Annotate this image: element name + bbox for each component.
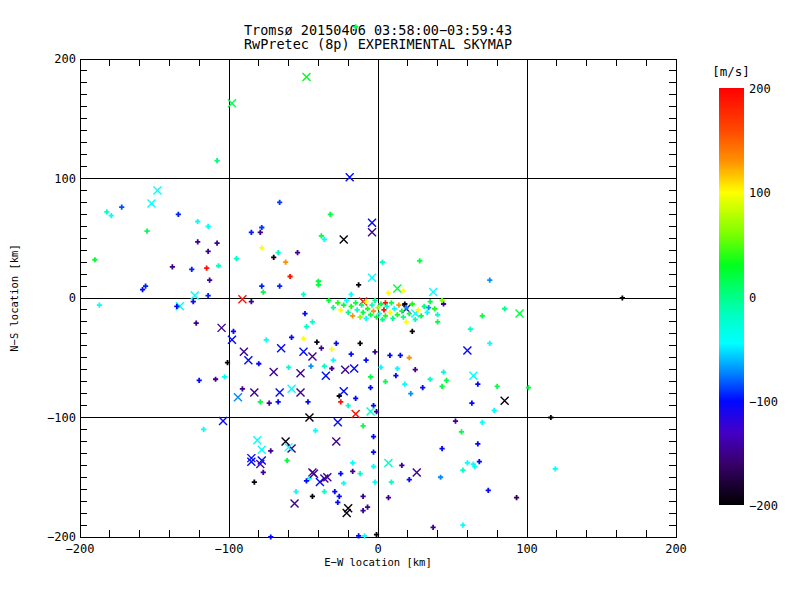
colorbar-tick-label: 100 (749, 186, 771, 200)
meteor-echo-plus-marker (359, 303, 364, 308)
meteor-echo-plus-marker (439, 384, 444, 389)
meteor-echo-plus-marker (435, 312, 440, 317)
meteor-echo-plus-marker (383, 313, 388, 318)
meteor-echo-plus-marker (329, 347, 334, 352)
meteor-echo-plus-marker (326, 298, 331, 303)
meteor-echo-x-marker (300, 348, 308, 356)
meteor-echo-plus-marker (289, 335, 294, 340)
meteor-echo-plus-marker (338, 399, 343, 404)
meteor-echo-plus-marker (380, 260, 385, 265)
meteor-echo-plus-marker (206, 224, 211, 229)
meteor-echo-x-marker (352, 410, 360, 418)
meteor-echo-x-marker (288, 445, 296, 453)
meteor-echo-x-marker (291, 500, 299, 508)
colorbar-tick-label: −100 (749, 395, 778, 409)
meteor-echo-plus-marker (389, 479, 394, 484)
meteor-echo-plus-marker (344, 298, 349, 303)
x-tick-label: 0 (374, 542, 381, 556)
meteor-echo-plus-marker (144, 228, 149, 233)
meteor-echo-plus-marker (407, 477, 412, 482)
meteor-echo-plus-marker (338, 307, 343, 312)
meteor-echo-plus-marker (277, 200, 282, 205)
meteor-echo-plus-marker (439, 446, 444, 451)
meteor-echo-plus-marker (459, 429, 464, 434)
meteor-echo-plus-marker (372, 479, 377, 484)
meteor-echo-x-marker (367, 408, 375, 416)
meteor-echo-plus-marker (195, 219, 200, 224)
meteor-echo-plus-marker (302, 311, 307, 316)
meteor-echo-plus-marker (335, 500, 340, 505)
meteor-echo-plus-marker (365, 306, 370, 311)
meteor-echo-plus-marker (310, 494, 315, 499)
meteor-echo-plus-marker (371, 464, 376, 469)
meteor-echo-plus-marker (204, 266, 209, 271)
meteor-echo-plus-marker (256, 361, 261, 366)
meteor-echo-x-marker (350, 365, 358, 373)
meteor-echo-plus-marker (240, 386, 245, 391)
meteor-echo-plus-marker (422, 304, 427, 309)
meteor-echo-plus-marker (386, 495, 391, 500)
meteor-echo-x-marker (148, 200, 156, 208)
meteor-echo-plus-marker (197, 378, 202, 383)
meteor-echo-plus-marker (486, 488, 491, 493)
meteor-echo-x-marker (463, 347, 471, 355)
meteor-echo-plus-marker (252, 479, 257, 484)
meteor-echo-plus-marker (295, 250, 300, 255)
meteor-echo-plus-marker (259, 283, 264, 288)
meteor-echo-plus-marker (441, 369, 446, 374)
meteor-echo-plus-marker (206, 293, 211, 298)
meteor-echo-plus-marker (453, 418, 458, 423)
meteor-echo-plus-marker (468, 326, 473, 331)
colorbar-tick-label: 0 (749, 291, 756, 305)
meteor-echo-plus-marker (304, 324, 309, 329)
meteor-echo-plus-marker (337, 494, 342, 499)
meteor-echo-x-marker (258, 446, 266, 454)
meteor-echo-plus-marker (213, 377, 218, 382)
meteor-echo-plus-marker (207, 277, 212, 282)
meteor-echo-plus-marker (371, 434, 376, 439)
meteor-echo-plus-marker (261, 289, 266, 294)
meteor-echo-plus-marker (314, 340, 319, 345)
meteor-echo-x-marker (322, 372, 330, 380)
meteor-echo-x-marker (340, 235, 348, 243)
meteor-echo-plus-marker (104, 209, 109, 214)
meteor-echo-plus-marker (419, 313, 424, 318)
meteor-echo-plus-marker (363, 316, 368, 321)
meteor-echo-plus-marker (426, 305, 431, 310)
meteor-echo-plus-marker (258, 230, 263, 235)
meteor-echo-plus-marker (276, 250, 281, 255)
meteor-echo-plus-marker (407, 311, 412, 316)
meteor-echo-plus-marker (249, 230, 254, 235)
meteor-echo-x-marker (469, 372, 477, 380)
meteor-echo-x-marker (219, 417, 227, 425)
meteor-echo-plus-marker (495, 384, 500, 389)
meteor-echo-plus-marker (401, 288, 406, 293)
meteor-echo-plus-marker (378, 301, 383, 306)
meteor-echo-x-marker (288, 385, 296, 393)
meteor-echo-x-marker (368, 274, 376, 282)
meteor-echo-plus-marker (475, 381, 480, 386)
meteor-echo-x-marker (244, 356, 252, 364)
meteor-echo-plus-marker (372, 298, 377, 303)
meteor-echo-plus-marker (195, 239, 200, 244)
x-tick-label: 200 (665, 542, 687, 556)
y-axis-label: N−S location [km] (8, 198, 20, 398)
meteor-echo-x-marker (238, 295, 246, 303)
meteor-echo-plus-marker (361, 423, 366, 428)
meteor-echo-x-marker (297, 388, 305, 396)
meteor-echo-plus-marker (444, 378, 449, 383)
meteor-echo-x-marker (234, 393, 242, 401)
meteor-echo-plus-marker (502, 306, 507, 311)
meteor-echo-x-marker (218, 324, 226, 332)
meteor-echo-x-marker (341, 366, 349, 374)
x-axis-label: E−W location [km] (80, 556, 676, 568)
meteor-echo-plus-marker (553, 466, 558, 471)
meteor-echo-plus-marker (268, 534, 273, 539)
meteor-echo-plus-marker (358, 341, 363, 346)
meteor-echo-plus-marker (194, 320, 199, 325)
meteor-echo-plus-marker (332, 489, 337, 494)
meteor-echo-plus-marker (92, 257, 97, 262)
meteor-echo-x-marker (270, 368, 278, 376)
meteor-echo-plus-marker (438, 475, 443, 480)
meteor-echo-plus-marker (214, 158, 219, 163)
